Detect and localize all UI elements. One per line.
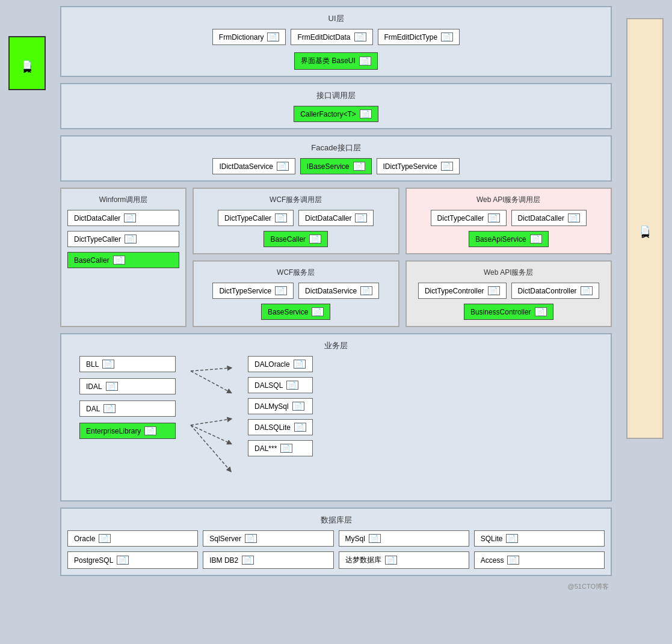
bll[interactable]: BLL📄 [79,356,176,372]
winform-base-caller[interactable]: BaseCaller📄 [67,252,179,268]
svg-line-5 [191,425,230,470]
sqlite[interactable]: SQLite📄 [474,530,605,547]
i-dict-type-service-label: IDictTypeService [383,162,437,171]
mysql[interactable]: MySql📄 [339,530,469,547]
i-base-service-label: IBaseService [307,162,350,171]
webapi-caller-layer: Web API服务调用层 DictTypeCaller📄 DictDataCal… [405,188,612,254]
db-label: 数据库层 [67,515,605,526]
frm-dictionary-label: FrmDictionary [219,33,264,41]
ui-layer-content: FrmDictionary📄 FrmEditDictData📄 FrmEditD… [67,29,605,70]
access[interactable]: Access📄 [474,551,605,569]
middle-row: Winform调用层 DictDataCaller📄 DictTypeCalle… [60,188,612,327]
i-dict-type-service-icon: 📄 [441,162,453,171]
caller-factory[interactable]: CallerFactory<T>📄 [294,106,378,122]
entity-layer-box: 实体层 📄 [626,18,664,439]
webapi-dict-data-controller[interactable]: DictDataController📄 [511,283,599,299]
caller-layer: 接口调用层 CallerFactory<T>📄 [60,83,612,129]
enterprise-library[interactable]: EnterpriseLibrary📄 [79,423,176,439]
winform-components: DictDataCaller📄 DictTypeCaller📄 BaseCall… [67,210,179,268]
frm-edit-dict-data-icon: 📄 [354,32,366,41]
sql-server[interactable]: SqlServer📄 [203,530,333,547]
i-dict-data-service-icon: 📄 [277,162,289,171]
base-ui-row: 界面基类 BaseUI📄 [67,52,605,70]
frm-dictionary-icon: 📄 [267,32,279,41]
wcf-caller-components: DictTypeCaller📄 DictDataCaller📄 BaseCall… [200,210,392,247]
wcf-service-components: DictTypeService📄 DictDataService📄 BaseSe… [200,283,392,320]
webapi-dict-data-caller[interactable]: DictDataCaller📄 [511,210,587,226]
webapi-base-api-service[interactable]: BaseApiService📄 [469,231,549,247]
wcf-dict-data-caller[interactable]: DictDataCaller📄 [298,210,374,226]
dal-sql[interactable]: DALSQL📄 [248,377,313,393]
winform-label: Winform调用层 [67,195,179,205]
service-row: WCF服务层 DictTypeService📄 DictDataService📄… [193,260,612,327]
ui-layer: UI层 FrmDictionary📄 FrmEditDictData📄 FrmE… [60,6,612,77]
i-dict-type-service[interactable]: IDictTypeService📄 [377,158,460,174]
frm-edit-dict-type-icon: 📄 [441,32,453,41]
main-container: 共用类库 📄 UI层 FrmDictionary📄 FrmEditDictDat… [0,0,672,644]
webapi-business-controller[interactable]: BusinessController📄 [464,304,553,320]
shared-library-icon: 📄 [22,60,32,69]
dameng[interactable]: 达梦数据库📄 [339,551,469,569]
wcf-webapi-block: WCF服务调用层 DictTypeCaller📄 DictDataCaller📄… [193,188,612,327]
facade-layer-content: IDictDataService📄 IBaseService📄 IDictTyp… [67,158,605,174]
caller-layer-label: 接口调用层 [67,90,605,101]
frm-edit-dict-data-label: FrmEditDictData [297,33,350,41]
facade-layer-label: Facade接口层 [67,143,605,153]
webapi-dict-type-caller[interactable]: DictTypeCaller📄 [431,210,507,226]
biz-right: DALOracle📄 DALSQL📄 DALMySql📄 DALSQLite📄 … [248,356,313,456]
wcf-service-layer: WCF服务层 DictTypeService📄 DictDataService📄… [193,260,399,327]
webapi-caller-components: DictTypeCaller📄 DictDataCaller📄 BaseApiS… [413,210,605,247]
oracle[interactable]: Oracle📄 [67,530,198,547]
webapi-dict-type-controller[interactable]: DictTypeController📄 [418,283,507,299]
winform-dict-type-caller[interactable]: DictTypeCaller📄 [67,231,179,247]
dal-sqlite[interactable]: DALSQLite📄 [248,419,313,435]
frm-edit-dict-type-label: FrmEditDictType [384,33,438,41]
ui-layer-label: UI层 [67,13,605,24]
i-base-service-icon: 📄 [353,162,365,171]
db-layer: 数据库层 Oracle📄 SqlServer📄 MySql📄 SQLite📄 P… [60,508,612,576]
i-dict-data-service-label: IDictDataService [219,162,273,171]
winform-dict-data-caller[interactable]: DictDataCaller📄 [67,210,179,226]
right-sidebar: 实体层 📄 [618,0,672,644]
biz-left: BLL📄 IDAL📄 DAL📄 EnterpriseLibrary📄 [79,356,176,439]
entity-layer-icon: 📄 [640,225,650,235]
svg-line-1 [191,368,230,371]
biz-content: BLL📄 IDAL📄 DAL📄 EnterpriseLibrary📄 [67,356,605,494]
i-dict-data-service[interactable]: IDictDataService📄 [212,158,295,174]
arrows-svg [188,356,236,494]
winform-layer: Winform调用层 DictDataCaller📄 DictTypeCalle… [60,188,186,327]
wcf-dict-type-caller[interactable]: DictTypeCaller📄 [218,210,294,226]
frm-dictionary[interactable]: FrmDictionary📄 [212,29,286,45]
wcf-dict-data-service[interactable]: DictDataService📄 [298,283,379,299]
i-base-service[interactable]: IBaseService📄 [300,158,372,174]
access-label: Access [481,556,504,565]
webapi-service-label: Web API服务层 [413,268,605,278]
caller-factory-icon: 📄 [360,109,372,118]
wcf-caller-layer: WCF服务调用层 DictTypeCaller📄 DictDataCaller📄… [193,188,399,254]
watermark: @51CTO博客 [60,582,612,591]
wcf-caller-label: WCF服务调用层 [200,195,392,205]
base-ui-icon: 📄 [359,57,371,66]
caller-row: WCF服务调用层 DictTypeCaller📄 DictDataCaller📄… [193,188,612,254]
webapi-service-components: DictTypeController📄 DictDataController📄 … [413,283,605,320]
postgresql[interactable]: PostgreSQL📄 [67,551,198,569]
biz-layer: 业务层 BLL📄 IDAL📄 DAL📄 EnterpriseLibrary📄 [60,333,612,501]
caller-factory-label: CallerFactory<T> [300,110,356,118]
db-grid: Oracle📄 SqlServer📄 MySql📄 SQLite📄 Postgr… [67,530,605,569]
dal-oracle[interactable]: DALOracle📄 [248,356,313,372]
wcf-base-caller[interactable]: BaseCaller📄 [264,231,328,247]
dal-mysql[interactable]: DALMySql📄 [248,398,313,414]
frm-edit-dict-type[interactable]: FrmEditDictType📄 [378,29,460,45]
idal[interactable]: IDAL📄 [79,378,176,394]
frm-edit-dict-data[interactable]: FrmEditDictData📄 [291,29,372,45]
wcf-base-service[interactable]: BaseService📄 [261,304,330,320]
dal-star[interactable]: DAL***📄 [248,440,313,456]
content-area: UI层 FrmDictionary📄 FrmEditDictData📄 FrmE… [54,0,618,644]
base-ui-label: 界面基类 BaseUI [301,56,356,66]
wcf-service-label: WCF服务层 [200,268,392,278]
wcf-dict-type-service[interactable]: DictTypeService📄 [212,283,294,299]
base-ui[interactable]: 界面基类 BaseUI📄 [294,52,378,70]
ibm-db2[interactable]: IBM DB2📄 [203,551,333,569]
dal[interactable]: DAL📄 [79,400,176,417]
svg-line-3 [191,419,230,425]
